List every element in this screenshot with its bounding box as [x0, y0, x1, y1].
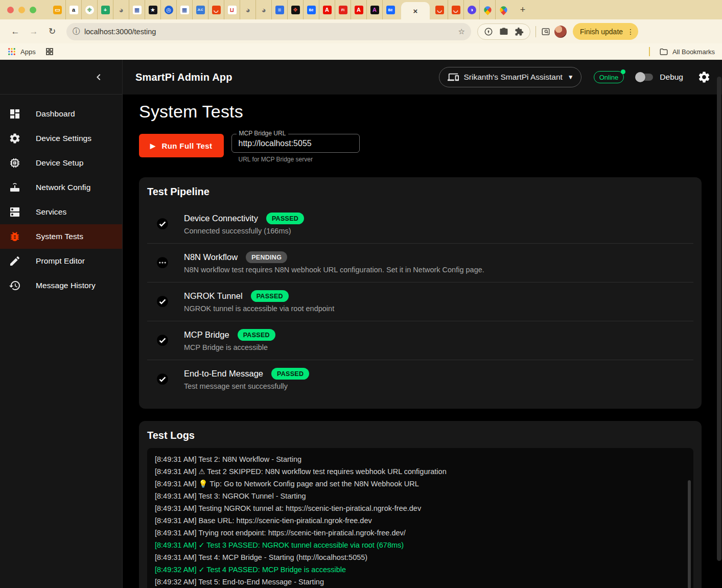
sidebar-item[interactable]: Dashboard — [0, 102, 122, 126]
back-button[interactable]: ← — [8, 27, 22, 37]
mcp-bridge-url-value: http://localhost:5055 — [239, 139, 312, 148]
pinned-tab[interactable]: ◡ — [432, 0, 448, 19]
sidebar-item-icon — [9, 181, 21, 194]
pinned-tab[interactable]: A — [351, 0, 366, 19]
bookmark-star-icon[interactable]: ☆ — [458, 27, 465, 36]
pinned-tab[interactable]: ◡ — [208, 0, 224, 19]
all-bookmarks-label[interactable]: All Bookmarks — [672, 48, 715, 56]
pinned-tab[interactable]: ❉ — [81, 0, 97, 19]
run-full-test-button[interactable]: ▶ Run Full Test — [139, 134, 224, 157]
log-console[interactable]: [8:49:31 AM] Test 2: N8N Workflow - Star… — [147, 448, 693, 588]
site-info-icon[interactable]: ⓘ — [73, 27, 80, 36]
sidebar: Dashboard Device Settings Device Setup — [0, 60, 123, 588]
test-pipeline-card: Test Pipeline Device Connectivity PASSED — [139, 177, 702, 409]
finish-update-button[interactable]: Finish update ⋮ — [573, 23, 638, 40]
apps-grid-icon[interactable] — [7, 47, 16, 56]
pinned-tab[interactable]: ◕ — [113, 0, 129, 19]
new-tab-button[interactable]: + — [515, 5, 530, 15]
pinned-tab[interactable]: A — [319, 0, 335, 19]
address-bar[interactable]: ⓘ localhost:3000/testing ☆ — [66, 23, 471, 40]
favicon — [498, 5, 508, 15]
pinned-tab[interactable]: ★ — [145, 0, 160, 19]
close-window-button[interactable] — [7, 7, 14, 13]
status-badge: PENDING — [246, 251, 287, 263]
minimize-window-button[interactable] — [18, 7, 25, 13]
device-selector[interactable]: Srikanth's SmartPi Assistant ▼ — [439, 67, 581, 87]
pinned-tab[interactable] — [479, 0, 495, 19]
test-detail: MCP Bridge is accessible — [184, 343, 275, 351]
pinned-tab[interactable]: a — [65, 0, 81, 19]
pinned-tab[interactable]: ◡ — [448, 0, 463, 19]
search-sidebar-icon[interactable] — [541, 27, 550, 36]
pinned-tab[interactable]: + — [97, 0, 113, 19]
sidebar-item-label: Message History — [36, 281, 96, 290]
sidebar-nav: Dashboard Device Settings Device Setup — [0, 95, 122, 298]
forward-button[interactable]: → — [27, 27, 41, 37]
pinned-tab[interactable]: ▦ — [129, 0, 145, 19]
debug-label: Debug — [660, 73, 683, 82]
sidebar-item[interactable]: Prompt Editor — [0, 249, 122, 273]
profile-avatar[interactable] — [554, 26, 567, 38]
sidebar-item-label: Prompt Editor — [36, 256, 85, 266]
extensions-puzzle-icon[interactable] — [515, 27, 524, 36]
pinned-tab[interactable]: ❖ — [287, 0, 303, 19]
log-line: [8:49:31 AM] Testing NGROK tunnel at: ht… — [155, 502, 681, 514]
test-name: End-to-End Message — [184, 369, 263, 379]
collapse-sidebar-button[interactable] — [92, 71, 105, 83]
pinned-tab[interactable]: ≡ — [271, 0, 287, 19]
sidebar-item-icon — [9, 279, 21, 292]
favicon: A — [355, 6, 363, 14]
pipeline-list: Device Connectivity PASSED Connected suc… — [147, 205, 693, 398]
main-content: System Tests ▶ Run Full Test http://loca… — [123, 95, 722, 588]
pinned-tab[interactable]: Bē — [303, 0, 319, 19]
console-scrollbar-thumb[interactable] — [688, 480, 691, 588]
favicon: a — [69, 6, 78, 14]
password-manager-icon[interactable] — [484, 27, 493, 36]
url-text[interactable]: localhost:3000/testing — [84, 28, 458, 36]
log-line: [8:49:31 AM] Test 4: MCP Bridge - Starti… — [155, 551, 681, 563]
active-tab[interactable]: × — [401, 2, 430, 19]
bookmark-grid-icon[interactable] — [45, 47, 54, 56]
sidebar-header — [0, 60, 122, 95]
browser-menu-icon[interactable]: ⋮ — [627, 28, 634, 36]
log-line: [8:49:31 AM] Trying root endpoint: https… — [155, 527, 681, 539]
sidebar-item-label: Network Config — [36, 183, 90, 192]
pinned-tab[interactable]: JLC — [192, 0, 208, 19]
pinned-tab[interactable]: Bē — [382, 0, 398, 19]
sidebar-item[interactable]: Device Setup — [0, 151, 122, 175]
pinned-tab[interactable]: ▦ — [176, 0, 192, 19]
pinned-tab[interactable]: ◎ — [160, 0, 176, 19]
zoom-window-button[interactable] — [30, 7, 36, 13]
sidebar-item[interactable]: Services — [0, 200, 122, 224]
pinned-tab[interactable]: Fi — [335, 0, 351, 19]
page-scrollbar-thumb[interactable] — [717, 77, 721, 561]
folder-icon[interactable] — [659, 47, 668, 56]
test-name: Device Connectivity — [184, 214, 258, 223]
pinned-tab[interactable]: ◕ — [240, 0, 255, 19]
sidebar-item[interactable]: Device Settings — [0, 126, 122, 151]
screenshot-icon[interactable] — [499, 27, 508, 36]
toggle-thumb — [635, 72, 645, 82]
sidebar-item[interactable]: System Tests — [0, 224, 122, 249]
logs-card-title: Test Logs — [147, 430, 693, 441]
settings-gear-icon[interactable] — [697, 70, 711, 84]
sidebar-item[interactable]: Message History — [0, 273, 122, 298]
sidebar-item[interactable]: Network Config — [0, 175, 122, 200]
pinned-tab[interactable]: ⊔ — [224, 0, 240, 19]
device-selector-label: Srikanth's SmartPi Assistant — [464, 73, 563, 82]
debug-toggle[interactable] — [635, 72, 654, 82]
pinned-tab[interactable] — [495, 0, 511, 19]
test-detail: N8N workflow test requires N8N webhook U… — [184, 266, 484, 274]
favicon: ◑ — [468, 6, 476, 14]
pinned-tab[interactable]: ◑ — [463, 0, 479, 19]
close-tab-icon[interactable]: × — [413, 7, 418, 15]
apps-label[interactable]: Apps — [20, 48, 36, 56]
pinned-tab[interactable]: ◕ — [255, 0, 271, 19]
log-line: [8:49:32 AM] Test 5: End-to-End Message … — [155, 576, 681, 588]
sidebar-item-icon — [9, 108, 21, 120]
reload-button[interactable]: ↻ — [45, 26, 59, 37]
test-logs-card: Test Logs [8:49:31 AM] Test 2: N8N Workf… — [139, 421, 702, 588]
pinned-tab[interactable]: A — [366, 0, 382, 19]
pipeline-card-title: Test Pipeline — [147, 186, 693, 198]
pinned-tab[interactable]: ▭ — [50, 0, 65, 19]
